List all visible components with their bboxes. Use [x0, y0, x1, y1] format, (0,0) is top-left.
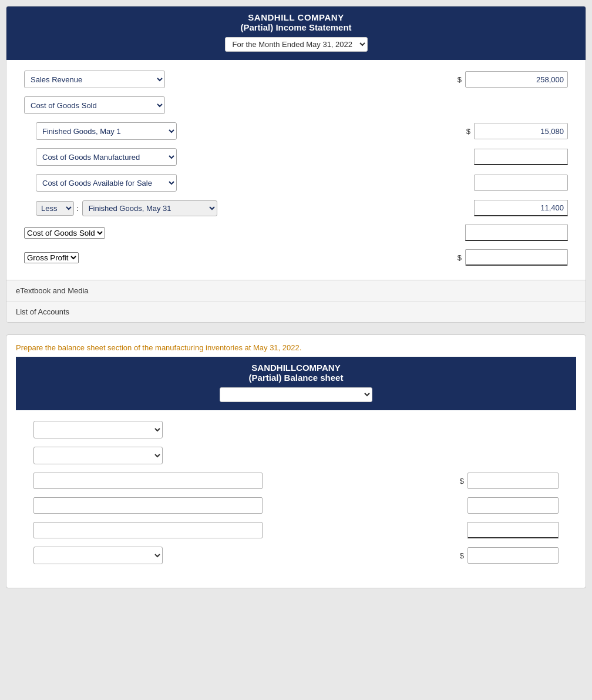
cogas-row: Cost of Goods Available for Sale: [36, 174, 568, 192]
bs-row2-select[interactable]: [33, 447, 163, 464]
income-statement-body: Sales Revenue $ Cost of Goods Sold Finis…: [6, 60, 586, 280]
bs-row6-amount[interactable]: [467, 547, 559, 564]
cogm-row: Cost of Goods Manufactured: [36, 148, 568, 166]
sales-revenue-row: Sales Revenue $: [24, 71, 568, 88]
dollar-sign-sales: $: [458, 75, 462, 84]
bs-row1-select[interactable]: [33, 421, 163, 438]
cogm-input[interactable]: [474, 149, 568, 165]
sales-revenue-select[interactable]: Sales Revenue: [24, 71, 165, 88]
cogs-result-input[interactable]: [465, 225, 568, 241]
bs-company-name: SANDHILLCOMPANY: [28, 363, 564, 373]
footer-bar: eTextbook and Media List of Accounts: [6, 280, 586, 322]
bs-row3-text[interactable]: [33, 473, 263, 489]
bs-form-body: $: [16, 410, 576, 578]
finished-goods-may31-input[interactable]: [474, 200, 568, 216]
colon: :: [76, 204, 79, 213]
cogs-result-select[interactable]: Cost of Goods Sold: [24, 227, 105, 239]
finished-goods-may1-input[interactable]: [474, 123, 568, 139]
statement-title: (Partial) Income Statement: [18, 22, 574, 32]
gross-profit-select[interactable]: Gross Profit: [24, 252, 79, 263]
bs-header: SANDHILLCOMPANY (Partial) Balance sheet: [16, 357, 576, 410]
finished-goods-may1-select[interactable]: Finished Goods, May 1: [36, 122, 177, 140]
bs-row4-text[interactable]: [33, 497, 263, 514]
cogs-select[interactable]: Cost of Goods Sold: [24, 96, 165, 114]
bs-row4: [33, 497, 559, 514]
bs-row5-amount[interactable]: [467, 522, 559, 538]
bs-dollar3: $: [460, 477, 464, 485]
gross-profit-input[interactable]: [465, 249, 568, 266]
bs-row2: [33, 447, 559, 464]
dollar-sign-fg: $: [466, 127, 470, 136]
bs-row6-select[interactable]: [33, 547, 163, 564]
sales-revenue-input[interactable]: [465, 71, 568, 88]
bs-row3-amount[interactable]: [467, 473, 559, 489]
bs-row5-text[interactable]: [33, 522, 263, 538]
period-select[interactable]: For the Month Ended May 31, 2022: [225, 37, 368, 52]
income-statement-header: SANDHILL COMPANY (Partial) Income Statem…: [6, 6, 586, 60]
bs-row6: $: [33, 547, 559, 564]
cogs-result-row: Cost of Goods Sold: [24, 225, 568, 241]
bs-row4-amount[interactable]: [467, 497, 559, 514]
finished-goods-may31-select[interactable]: Finished Goods, May 31: [82, 200, 217, 216]
gross-profit-row: Gross Profit $: [24, 249, 568, 266]
instruction-text: Prepare the balance sheet section of the…: [6, 335, 586, 357]
income-statement-card: SANDHILL COMPANY (Partial) Income Statem…: [6, 6, 586, 323]
cogm-select[interactable]: Cost of Goods Manufactured: [36, 148, 177, 166]
balance-sheet-card: Prepare the balance sheet section of the…: [6, 334, 586, 588]
dollar-sign-gp: $: [458, 253, 462, 262]
bs-dollar6: $: [460, 551, 464, 560]
cogas-select[interactable]: Cost of Goods Available for Sale: [36, 174, 177, 192]
balance-sheet-inner: SANDHILLCOMPANY (Partial) Balance sheet: [16, 357, 576, 578]
list-accounts-button[interactable]: List of Accounts: [6, 301, 586, 322]
bs-period-select[interactable]: [220, 387, 372, 402]
cogs-label-row: Cost of Goods Sold: [24, 96, 568, 114]
less-select[interactable]: Less: [36, 201, 74, 216]
finished-goods-may1-row: Finished Goods, May 1 $: [36, 122, 568, 140]
bs-title: (Partial) Balance sheet: [28, 373, 564, 383]
bs-row3: $: [33, 473, 559, 489]
cogas-input[interactable]: [474, 175, 568, 191]
company-name: SANDHILL COMPANY: [18, 12, 574, 22]
bs-row1: [33, 421, 559, 438]
etextbook-button[interactable]: eTextbook and Media: [6, 280, 586, 301]
bs-row5: [33, 522, 559, 538]
less-row: Less : Finished Goods, May 31: [36, 200, 568, 216]
